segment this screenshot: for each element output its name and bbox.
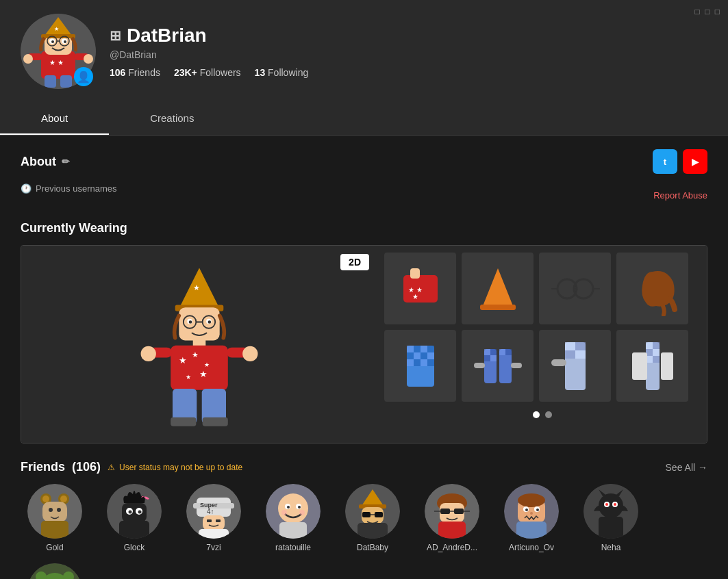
svg-rect-103 [41, 521, 68, 539]
svg-point-125 [298, 506, 301, 509]
svg-rect-94 [661, 352, 673, 380]
friend-item[interactable]: Super 4↑ 7vzi [179, 484, 248, 552]
friend-item[interactable]: Articuno_Ov [497, 484, 566, 552]
svg-text:★: ★ [192, 350, 199, 359]
youtube-button[interactable]: ▶ [683, 149, 707, 174]
friend-name: Gold [46, 543, 63, 552]
svg-rect-92 [653, 356, 660, 363]
friends-header: Friends (106) ⚠ User status may not be u… [21, 460, 707, 474]
svg-rect-81 [551, 359, 566, 366]
svg-text:★: ★ [186, 374, 191, 381]
about-title: About ✏ [21, 155, 70, 169]
item-blue-pants-1[interactable] [384, 330, 456, 402]
tab-bar: About Creations [0, 103, 728, 136]
friend-avatar [266, 484, 321, 539]
wearing-preview: 2D ★ [21, 246, 377, 443]
svg-rect-76 [499, 349, 505, 355]
item-hair[interactable] [616, 253, 688, 324]
svg-point-16 [23, 54, 33, 64]
avatar-3d-view: ★ [131, 262, 268, 426]
tab-creations[interactable]: Creations [109, 103, 235, 135]
social-buttons: t ▶ [653, 149, 707, 174]
svg-point-98 [42, 496, 49, 502]
profile-handle: @DatBrian [110, 49, 308, 60]
svg-rect-78 [474, 363, 485, 368]
friends-grid: Gold [21, 484, 707, 579]
svg-text:★: ★ [54, 26, 59, 32]
svg-rect-66 [407, 359, 414, 366]
svg-rect-47 [410, 268, 420, 279]
svg-rect-45 [203, 417, 228, 426]
svg-point-161 [605, 503, 608, 506]
friends-stat: 106 Friends [110, 67, 160, 78]
svg-point-17 [84, 54, 93, 64]
svg-rect-67 [414, 359, 421, 366]
svg-rect-163 [599, 517, 623, 539]
toggle-2d-button[interactable]: 2D [340, 254, 369, 270]
svg-point-151 [525, 509, 528, 511]
svg-point-6 [51, 40, 54, 43]
friend-item[interactable]: Neha [577, 484, 645, 552]
svg-point-29 [189, 320, 192, 324]
item-pant-leg-left[interactable] [539, 330, 611, 402]
friend-item[interactable]: DatBaby [338, 484, 407, 552]
svg-point-126 [281, 510, 287, 515]
svg-rect-145 [438, 522, 466, 539]
friend-avatar [27, 563, 82, 579]
svg-rect-32 [171, 346, 228, 390]
svg-point-109 [138, 511, 142, 514]
svg-rect-68 [421, 359, 427, 366]
friend-avatar [107, 484, 162, 539]
clock-icon: 🕐 [21, 183, 32, 194]
svg-text:★: ★ [412, 293, 418, 300]
about-header: About ✏ t ▶ [21, 149, 707, 174]
profile-header: ★ ★ ★ [0, 0, 728, 103]
see-all-button[interactable]: See All → [666, 462, 707, 473]
main-content: About ✏ t ▶ 🕐 Previous usernames Report … [0, 136, 728, 579]
friend-item[interactable]: Beastbear [21, 563, 89, 579]
svg-rect-119 [199, 529, 229, 539]
svg-rect-69 [427, 359, 434, 366]
item-glasses[interactable] [539, 253, 611, 324]
tab-about[interactable]: About [0, 103, 109, 135]
avatar-wrapper: ★ ★ ★ [21, 14, 96, 89]
svg-text:★: ★ [199, 369, 208, 379]
previous-usernames[interactable]: 🕐 Previous usernames [21, 183, 117, 194]
carousel-dots [384, 407, 700, 422]
svg-rect-73 [490, 349, 497, 355]
svg-rect-136 [357, 523, 388, 539]
item-blue-accessory[interactable] [616, 330, 688, 402]
svg-rect-61 [427, 346, 434, 352]
svg-point-108 [129, 511, 132, 514]
svg-text:★: ★ [193, 283, 200, 292]
svg-rect-77 [505, 349, 512, 355]
svg-rect-100 [42, 502, 67, 522]
svg-rect-133 [362, 512, 371, 517]
items-row-1: ★ ★ ★ [384, 253, 700, 324]
svg-point-124 [287, 506, 290, 509]
dot-2[interactable] [545, 411, 552, 418]
edit-icon[interactable]: ✏ [62, 156, 70, 167]
friend-item[interactable]: Glock [100, 484, 168, 552]
dot-1[interactable] [533, 411, 540, 418]
wearing-container: 2D ★ [21, 245, 707, 443]
friend-item[interactable]: Gold [21, 484, 89, 552]
report-abuse-link[interactable]: Report Abuse [653, 190, 707, 201]
item-blue-legs[interactable] [462, 330, 534, 402]
friend-name: AD_AndreD... [427, 543, 477, 552]
item-red-sweater[interactable]: ★ ★ ★ [384, 253, 456, 324]
items-row-2 [384, 330, 700, 402]
svg-rect-44 [171, 417, 196, 426]
friend-avatar [583, 484, 638, 539]
friend-avatar [425, 484, 479, 539]
svg-point-7 [64, 40, 66, 43]
window-controls[interactable]: □ □ □ [695, 7, 721, 16]
svg-point-156 [599, 493, 623, 518]
friend-item[interactable]: ratatouille [259, 484, 327, 552]
svg-rect-74 [484, 355, 490, 361]
friend-item[interactable]: AD_AndreD... [418, 484, 486, 552]
svg-point-148 [518, 493, 545, 507]
item-cone-hat[interactable] [462, 253, 534, 324]
twitter-button[interactable]: t [653, 149, 677, 174]
svg-point-152 [536, 509, 539, 511]
